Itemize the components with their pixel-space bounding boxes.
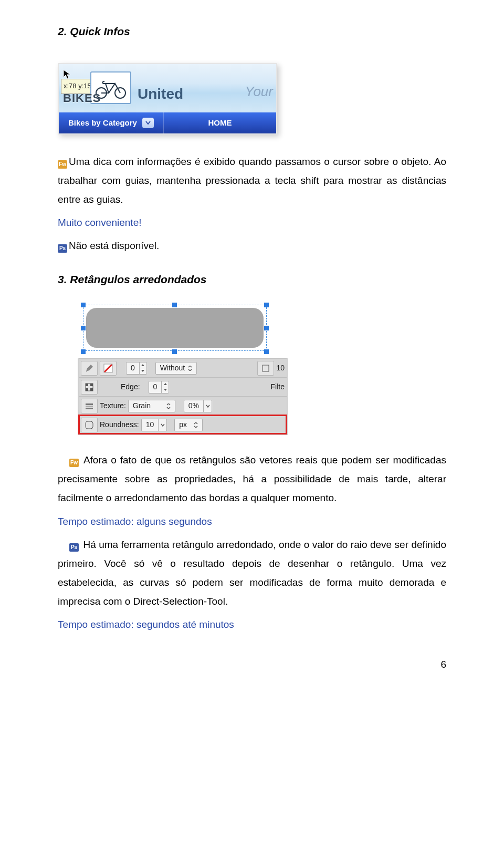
body-text: Afora o fato de que os retângulos são ve… [58, 454, 446, 503]
svg-rect-13 [86, 421, 93, 429]
field-value: 0 [127, 361, 139, 375]
page-number: 6 [58, 655, 446, 674]
body-text: Não está disponível. [69, 240, 159, 251]
select-value: Without [160, 361, 185, 375]
svg-rect-10 [86, 403, 93, 405]
stroke-width-field[interactable]: 0 [126, 362, 147, 375]
spinner[interactable] [161, 381, 169, 393]
panel-row-edge: Edge: 0 Filte [79, 377, 287, 396]
stroke-style-select[interactable]: Without [155, 362, 197, 375]
brand-text-united: United [138, 80, 183, 108]
svg-rect-8 [86, 388, 88, 391]
pencil-icon[interactable] [81, 361, 98, 376]
spinner[interactable] [139, 363, 146, 374]
svg-rect-4 [262, 365, 269, 371]
screenshot-bikes-united: x:78 y:15 BIKES United Your Bikes by Cat… [58, 63, 277, 134]
chevron-down-icon[interactable] [142, 118, 154, 128]
field-value: 0% [184, 399, 203, 413]
select-value: px [179, 418, 187, 432]
svg-rect-7 [90, 384, 93, 386]
screenshot-rounded-rect: 0 Without 10 Edge: [78, 299, 288, 435]
nav-item-category[interactable]: Bikes by Category [59, 112, 163, 133]
nav-item-label: HOME [208, 116, 232, 131]
svg-point-1 [115, 88, 125, 98]
text-tempo-1: Tempo estimado: alguns segundos [58, 512, 446, 531]
text-tempo-2: Tempo estimado: segundos até minutos [58, 615, 446, 634]
fireworks-icon: Fw [58, 160, 67, 169]
heading-retangulos: 3. Retângulos arredondados [58, 269, 446, 290]
trailing-number: 10 [276, 361, 285, 375]
texture-select[interactable]: Grain [128, 400, 175, 412]
heading-quick-infos: 2. Quick Infos [58, 21, 446, 42]
label-roundness: Roundness: [100, 418, 139, 432]
selection-handle[interactable] [81, 349, 86, 354]
svg-rect-9 [90, 388, 93, 391]
svg-rect-11 [86, 406, 93, 407]
screenshot-banner: x:78 y:15 BIKES United Your [59, 64, 276, 112]
field-value: 10 [142, 418, 159, 432]
text-conveniente: Muito conveniente! [58, 213, 446, 232]
svg-rect-12 [86, 408, 93, 409]
properties-panel: 0 Without 10 Edge: [78, 358, 288, 435]
label-filte: Filte [271, 380, 285, 394]
panel-row-texture: Texture: Grain 0% [79, 396, 287, 415]
misc-icon[interactable] [257, 361, 274, 376]
edge-icon[interactable] [81, 380, 98, 395]
banner-text-your: Your [245, 79, 274, 105]
cursor-icon [63, 67, 71, 78]
field-value: 0 [149, 380, 162, 394]
paragraph-fw-rounded: Fw Afora o fato de que os retângulos são… [58, 451, 446, 508]
paragraph-ps-unavailable: PsNão está disponível. [58, 236, 446, 255]
paragraph-ps-rounded: Ps Há uma ferramenta retângulo arredonda… [58, 535, 446, 611]
selection-handle[interactable] [264, 326, 269, 330]
rounded-rectangle-shape [86, 308, 264, 348]
selection-handle[interactable] [172, 303, 177, 307]
selection-handle[interactable] [81, 326, 86, 330]
body-text: Uma dica com informações é exibido quand… [58, 156, 446, 205]
photoshop-icon: Ps [58, 244, 67, 253]
nav-bar: Bikes by Category HOME [59, 112, 276, 133]
select-value: Grain [133, 399, 151, 413]
body-text: Há uma ferramenta retângulo arredondado,… [58, 539, 446, 607]
no-fill-icon[interactable] [100, 361, 117, 376]
selection-handle[interactable] [172, 349, 177, 354]
chevron-down-icon[interactable] [158, 419, 166, 431]
edge-field[interactable]: 0 [149, 381, 170, 394]
roundness-value-field[interactable]: 10 [141, 419, 167, 431]
panel-row-stroke: 0 Without 10 [79, 358, 287, 377]
nav-item-label: Bikes by Category [68, 116, 137, 131]
label-edge: Edge: [121, 380, 140, 394]
selection-handle[interactable] [264, 349, 269, 354]
texture-pct-field[interactable]: 0% [184, 400, 212, 412]
roundness-unit-select[interactable]: px [174, 419, 203, 431]
panel-row-roundness: Roundness: 10 px [79, 415, 287, 434]
label-texture: Texture: [100, 399, 126, 413]
brand-text-bikes: BIKES [63, 87, 101, 109]
photoshop-icon: Ps [69, 543, 79, 552]
selection-handle[interactable] [264, 303, 269, 307]
svg-rect-6 [86, 384, 88, 386]
texture-icon[interactable] [81, 399, 98, 413]
roundness-icon[interactable] [81, 418, 98, 432]
fireworks-icon: Fw [69, 459, 79, 467]
nav-item-home[interactable]: HOME [164, 112, 276, 133]
paragraph-quick-infos: FwUma dica com informações é exibido qua… [58, 152, 446, 209]
canvas-preview [78, 299, 272, 355]
chevron-down-icon[interactable] [203, 400, 212, 412]
selection-handle[interactable] [81, 303, 86, 307]
